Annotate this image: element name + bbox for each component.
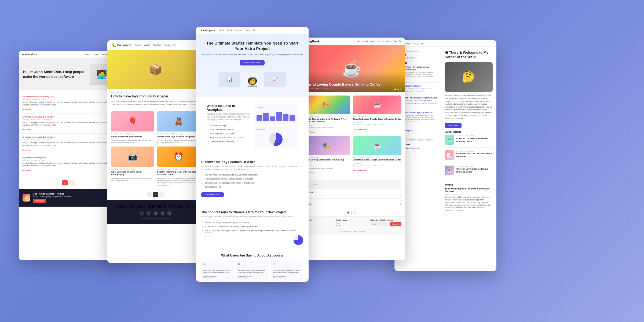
s3-get-started-button[interactable]: Get Started Free — [240, 60, 265, 65]
s4-nav-about[interactable]: About — [371, 40, 375, 42]
s1-nav-contact[interactable]: Contact — [93, 53, 99, 56]
article-thumb: ☕ — [445, 166, 454, 175]
feature-item: ✓ 150+ Customizable Layouts — [207, 129, 251, 131]
article-item: ☕ John Doe - April 3, 2019 Cheerful Lovi… — [445, 135, 493, 148]
card-title[interactable]: Cheerful Loving Couple Bakers Drinking C… — [353, 159, 401, 161]
dot-1[interactable] — [394, 89, 396, 90]
read-more-link[interactable]: Read More — [23, 129, 31, 130]
card-title[interactable]: Elements That You Can Use To Create A Ne… — [302, 118, 350, 123]
check-icon: ✓ — [201, 178, 203, 181]
writing-article-title[interactable]: Your Roadmap to Framework Selection Succ… — [445, 187, 493, 193]
post-title[interactable]: My awesome second blog post — [23, 95, 114, 98]
get-in-touch-button[interactable]: Get In Touch — [445, 123, 462, 128]
article-title[interactable]: Cheerful Loving Couple Bakers Drinking C… — [456, 168, 493, 173]
footer-visit-button[interactable]: Visit Now — [33, 199, 46, 203]
s4-search-icon[interactable]: 🔍 — [399, 40, 401, 42]
s2-nav-pages[interactable]: Pages — [164, 44, 170, 47]
read-more-link[interactable]: Read More — [23, 169, 31, 171]
s4-nav-contact[interactable]: Contact — [378, 40, 384, 42]
dot-nav-3[interactable] — [354, 211, 356, 214]
get-started-button-2[interactable]: Get Started Now — [201, 192, 224, 197]
card-title[interactable]: What you need to know about Photography — [111, 171, 154, 176]
tag[interactable]: theme — [425, 138, 433, 141]
check-icon: ✓ — [207, 141, 208, 143]
post-title[interactable]: My awesome blog post — [23, 156, 114, 159]
newsletter-submit-button[interactable]: Subscribe — [390, 222, 401, 226]
article-meta: John Doe - April 3, 2019 — [456, 135, 493, 137]
read-more-link[interactable]: Read More — [23, 149, 31, 151]
s4-nav-pages[interactable]: Pages — [386, 40, 391, 42]
s2-nav-home[interactable]: Home — [136, 44, 141, 47]
card-title[interactable]: Why a balloon is a flexible bag — [111, 136, 154, 138]
instagram-icon[interactable]: ◉ — [153, 211, 158, 216]
s4-nav-buy[interactable]: Buy — [394, 40, 397, 42]
screen-bookworm: 🐛 Bookworm Home About Contact Pages 🔍 📦 … — [107, 40, 204, 263]
footer-link-privacy[interactable]: Privacy Policy — [169, 204, 196, 209]
tag[interactable]: blog — [417, 138, 424, 141]
s3-search-icon[interactable]: 🔍 — [253, 29, 255, 31]
s5-nav-trip[interactable]: Trip — [420, 42, 423, 44]
dot-3[interactable] — [400, 89, 401, 90]
s3-nav-elements[interactable]: Elements — [235, 29, 242, 31]
footer-link[interactable]: Twitter — [336, 222, 367, 224]
youtube-icon[interactable]: ▶ — [167, 211, 172, 216]
read-more-link[interactable]: Read More — [23, 109, 31, 110]
footer-link-contact[interactable]: Contact — [130, 204, 145, 209]
s1-hero: Hi, I'm John Smith Doe. I help people ma… — [19, 58, 118, 90]
footer-link[interactable]: GitHub — [336, 224, 367, 226]
reasons-section-sub: With Astro you can build content-oriente… — [201, 215, 303, 218]
s4-nav-northendlab[interactable]: NorthendLab — [357, 40, 368, 42]
s2-nav-about[interactable]: About — [144, 44, 150, 47]
dot-2[interactable] — [397, 89, 399, 90]
facebook-icon[interactable]: f — [139, 211, 144, 216]
page-btn-next[interactable]: › — [69, 180, 75, 185]
feature-text: Improve SEO by generating static pages a… — [205, 221, 250, 223]
s3-nav-home[interactable]: Home — [219, 29, 224, 31]
page-btn-prev[interactable]: ‹ — [147, 192, 152, 197]
read-more-link[interactable]: Continue Reading — [353, 169, 367, 171]
feature-text: 25+ Pre-Built pages — [210, 125, 227, 126]
footer-link-elements[interactable]: Elements — [148, 204, 166, 209]
testimonial-text: Nunc tortor nulla, malesuada sit amet pu… — [238, 269, 266, 274]
s5-nav-projects[interactable]: Projects — [405, 42, 412, 44]
card-title[interactable]: Become morning person with the help of t… — [157, 171, 200, 176]
dot-nav-1[interactable] — [347, 211, 349, 214]
tag[interactable]: jamstack — [406, 138, 416, 141]
writing-section-title: Writing — [445, 184, 493, 186]
linkedin-link[interactable]: LinkedIn — [412, 147, 419, 149]
s2-nav-contact[interactable]: Contact — [153, 44, 161, 47]
discover-features-list: ✓ Built with Astro and TailwindCSS to ke… — [201, 174, 303, 189]
page-btn-1[interactable]: 1 — [62, 180, 68, 185]
post-title[interactable]: My awesome second blog post — [23, 136, 114, 138]
list-item: ☕ John Doe - April 3, 2019 Cheerful Lovi… — [353, 136, 401, 174]
article-title[interactable]: Elements You Can Use To Create A New Pos… — [456, 152, 493, 158]
s4-search-input[interactable]: Search — [311, 184, 399, 185]
s1-nav-home[interactable]: Home — [85, 53, 90, 56]
testimonial-text: Nunc tortor nulla, malesuada sit amet pu… — [273, 269, 301, 274]
dot-nav-2[interactable] — [350, 211, 353, 214]
s3-hero-subtitle: Astroplate is the best starter template … — [201, 53, 303, 56]
list-item: My awesome second blog post John Doe - 2… — [23, 134, 114, 154]
twitter-icon[interactable]: 𝕏 — [146, 211, 151, 216]
page-btn-1[interactable]: 1 — [153, 192, 158, 197]
page-btn-next[interactable]: › — [160, 192, 164, 197]
post-title[interactable]: My awesome second blog post — [23, 116, 114, 118]
linkedin-icon[interactable]: in — [160, 211, 165, 216]
article-title[interactable]: Cheerful Loving Couple Bakers Drinking C… — [456, 137, 493, 143]
featured-post-title[interactable]: How to make toys from old Olarpaper — [111, 94, 200, 99]
s3-nav-pages[interactable]: Pages — [245, 29, 250, 31]
search-icon[interactable]: 🔍 — [173, 44, 176, 47]
newsletter-email-input[interactable]: Email — [370, 222, 389, 226]
feature-text: Built on top of Vite and supports a rich… — [205, 229, 303, 233]
card-title[interactable]: Cheerful Loving Couple Bakers Drinking C… — [353, 118, 401, 120]
github-link[interactable]: GitHub — [405, 147, 411, 149]
read-more-link[interactable]: Continue Reading — [353, 129, 367, 130]
card-title[interactable]: Cheerful Loving Couple Bakers Emmoing Co… — [302, 159, 350, 164]
card-title[interactable]: How to make toys from old Olarpaper — [157, 136, 200, 138]
footer-link-about[interactable]: About — [115, 204, 127, 209]
s3-nav-about[interactable]: About — [227, 29, 232, 31]
s2-footer-links: About Contact Elements Privacy Policy — [112, 204, 200, 209]
s3-charts-col: Analytics Distribution — [254, 104, 298, 149]
footer-col-2: Social Links Twitter GitHub — [336, 219, 367, 229]
s5-nav-blog[interactable]: Blog — [414, 42, 418, 44]
